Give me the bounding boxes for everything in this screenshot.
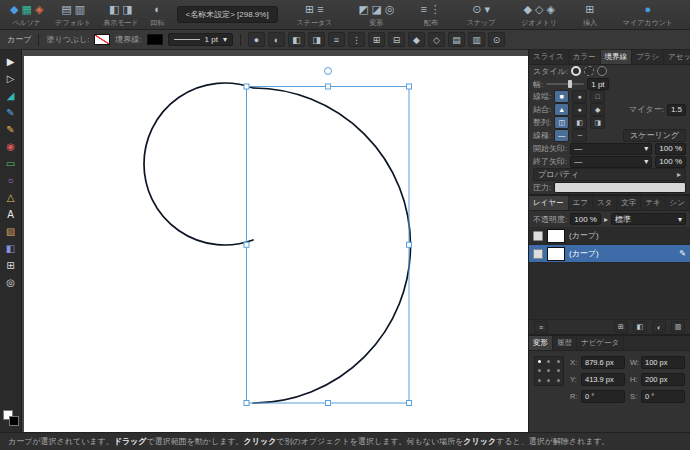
account-icon[interactable]: ● xyxy=(645,4,652,15)
arrow-scale-button[interactable]: スケーリング xyxy=(623,129,686,142)
properties-button[interactable]: プロパティ ▸ xyxy=(533,168,686,181)
canvas-area[interactable] xyxy=(22,50,528,432)
pressure-profile[interactable] xyxy=(554,182,686,193)
start-arrow-dropdown[interactable]: — ▾ xyxy=(570,143,652,155)
pen-tool[interactable]: ✎ xyxy=(2,104,20,120)
snapping-icon[interactable]: ⊙ xyxy=(472,4,481,15)
edit-all-layers-icon[interactable]: ≡ xyxy=(534,321,548,333)
selection-handle[interactable] xyxy=(407,401,412,406)
layer-visibility-checkbox[interactable] xyxy=(533,249,543,259)
align-center-button[interactable]: ◫ xyxy=(554,116,569,129)
corner-tool[interactable]: ◢ xyxy=(2,87,20,103)
dash-solid-button[interactable]: — xyxy=(554,129,569,142)
align-outside-button[interactable]: ◨ xyxy=(590,116,605,129)
node-tool[interactable]: ▷ xyxy=(2,70,20,86)
stroke-width-input[interactable]: 1 pt xyxy=(587,78,608,90)
snapping-options-icon[interactable]: ▾ xyxy=(484,4,490,15)
layers-tab[interactable]: 文字 xyxy=(617,196,641,210)
geometry-add-icon[interactable]: ◆ xyxy=(523,4,531,15)
cap-square-button[interactable]: □ xyxy=(590,90,605,103)
selection-handle[interactable] xyxy=(326,84,331,89)
miter-input[interactable]: 1.5 xyxy=(667,104,686,116)
export-persona-icon[interactable]: ◈ xyxy=(35,4,43,15)
layer-row[interactable]: (カーブ) xyxy=(529,227,690,245)
status-list-icon[interactable]: ≡ xyxy=(317,4,323,15)
rotate-view-icon[interactable]: ◐ xyxy=(154,4,161,15)
rotate-object-icon[interactable]: ◎ xyxy=(385,4,395,15)
layer-row[interactable]: (カーブ)✎ xyxy=(529,245,690,263)
anchor-point-selector[interactable] xyxy=(534,356,564,386)
layers-tab[interactable]: スタ xyxy=(593,196,617,210)
defaults-sync-icon[interactable]: ▥ xyxy=(75,4,85,15)
align-inside-button[interactable]: ◧ xyxy=(572,116,587,129)
stroke-swatch[interactable] xyxy=(147,34,163,45)
stroke-style-solid-button[interactable] xyxy=(571,66,581,76)
text-tool[interactable]: A xyxy=(2,206,20,222)
transparency-tool[interactable]: ◧ xyxy=(2,240,20,256)
slider-thumb[interactable] xyxy=(568,80,572,88)
align-button[interactable]: ▤ xyxy=(448,32,465,47)
brush-tool[interactable]: ◉ xyxy=(2,138,20,154)
distribute-button[interactable]: ▥ xyxy=(468,32,485,47)
anchor-dot[interactable] xyxy=(547,360,550,363)
order-back-icon[interactable]: ⋮ xyxy=(430,4,441,15)
anchor-dot[interactable] xyxy=(538,379,541,382)
blend-mode-dropdown[interactable]: 標準 ▾ xyxy=(611,213,686,225)
cap-round-button[interactable]: ● xyxy=(572,90,587,103)
pencil-tool[interactable]: ✎ xyxy=(2,121,20,137)
transform-field-input[interactable]: 879.6 px xyxy=(581,356,625,369)
crop-tool[interactable]: ⊞ xyxy=(2,257,20,273)
rotate-ccw-button[interactable]: ◐ xyxy=(268,32,285,47)
stroke-color-well[interactable] xyxy=(9,416,19,426)
gradient-tool[interactable]: ▧ xyxy=(2,223,20,239)
shape-tool[interactable]: △ xyxy=(2,189,20,205)
stroke-tab[interactable]: 境界線 xyxy=(601,50,633,64)
geometry-add-button[interactable]: ◆ xyxy=(408,32,425,47)
zoom-tool[interactable]: ◎ xyxy=(2,274,20,290)
adjustment-icon[interactable]: ◐ xyxy=(652,321,666,333)
status-icon[interactable]: ⊞ xyxy=(305,4,314,15)
ellipse-tool[interactable]: ○ xyxy=(2,172,20,188)
transform-field-input[interactable]: 0 ° xyxy=(581,390,625,403)
geometry-subtract-button[interactable]: ◇ xyxy=(428,32,445,47)
view-pixel-icon[interactable]: ◨ xyxy=(122,4,132,15)
transform-field-input[interactable]: 200 px xyxy=(641,373,685,386)
stroke-tab[interactable]: ブラシ xyxy=(632,50,664,64)
selection-handle[interactable] xyxy=(244,401,249,406)
flip-v-button[interactable]: ◨ xyxy=(308,32,325,47)
view-vector-icon[interactable]: ◧ xyxy=(109,4,119,15)
join-miter-button[interactable]: ▲ xyxy=(554,103,569,116)
geometry-subtract-icon[interactable]: ◇ xyxy=(535,4,543,15)
selection-handle[interactable] xyxy=(407,242,412,247)
transform-field-input[interactable]: 413.9 px xyxy=(581,373,625,386)
selection-handle[interactable] xyxy=(407,84,412,89)
stroke-width-combo[interactable]: 1 pt ▾ xyxy=(168,33,233,46)
order-front-icon[interactable]: ≡ xyxy=(420,4,426,15)
color-well[interactable] xyxy=(3,410,19,426)
flip-vertical-icon[interactable]: ◪ xyxy=(372,4,382,15)
rotation-handle[interactable] xyxy=(325,68,332,75)
order-back-button[interactable]: ⋮ xyxy=(348,32,365,47)
snap-toggle-button[interactable]: ⊙ xyxy=(488,32,505,47)
curve-object[interactable] xyxy=(144,83,411,403)
transform-tab[interactable]: 履歴 xyxy=(553,336,577,350)
fill-swatch[interactable] xyxy=(94,34,110,45)
cap-butt-button[interactable]: ■ xyxy=(554,90,569,103)
join-round-button[interactable]: ● xyxy=(572,103,587,116)
geometry-intersect-icon[interactable]: ◈ xyxy=(546,4,554,15)
ungroup-button[interactable]: ⊟ xyxy=(388,32,405,47)
selection-handle[interactable] xyxy=(244,242,249,247)
rectangle-tool[interactable]: ▭ xyxy=(2,155,20,171)
delete-layer-icon[interactable]: ▥ xyxy=(671,321,685,333)
anchor-dot[interactable] xyxy=(557,379,560,382)
anchor-dot[interactable] xyxy=(538,360,541,363)
selection-handle[interactable] xyxy=(244,84,249,89)
layer-visibility-checkbox[interactable] xyxy=(533,231,543,241)
stroke-tab[interactable]: アセット xyxy=(664,50,690,64)
anchor-dot[interactable] xyxy=(557,369,560,372)
order-front-button[interactable]: ≡ xyxy=(328,32,345,47)
transform-field-input[interactable]: 0 ° xyxy=(641,390,685,403)
designer-persona-icon[interactable]: ◆ xyxy=(10,4,18,15)
join-bevel-button[interactable]: ◆ xyxy=(590,103,605,116)
anchor-dot[interactable] xyxy=(547,369,550,372)
